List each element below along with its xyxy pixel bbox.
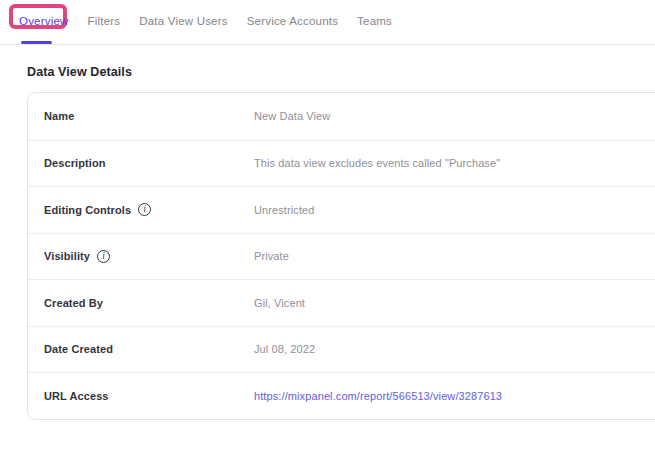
url-access-link[interactable]: https://mixpanel.com/report/566513/view/…	[254, 390, 502, 402]
row-value-created-by: Gil, Vicent	[254, 297, 305, 309]
row-label-editing-controls: Editing Controls	[44, 204, 131, 216]
row-label-date-created: Date Created	[44, 343, 113, 355]
detail-row-name: Name New Data View	[28, 93, 655, 140]
detail-row-url-access: URL Access https://mixpanel.com/report/5…	[28, 372, 655, 419]
row-label-created-by: Created By	[44, 297, 103, 309]
detail-row-visibility: Visibility i Private	[28, 233, 655, 280]
detail-row-editing-controls: Editing Controls i Unrestricted	[28, 186, 655, 233]
row-value-description: This data view excludes events called "P…	[254, 157, 500, 169]
detail-row-created-by: Created By Gil, Vicent	[28, 279, 655, 326]
detail-row-date-created: Date Created Jul 08, 2022	[28, 326, 655, 373]
row-value-date-created: Jul 08, 2022	[254, 343, 315, 355]
tab-bar: Overview Filters Data View Users Service…	[0, 0, 655, 45]
tab-overview[interactable]: Overview	[19, 15, 69, 27]
row-value-name: New Data View	[254, 110, 330, 122]
row-label-url-access: URL Access	[44, 390, 109, 402]
info-icon[interactable]: i	[138, 203, 151, 216]
data-view-details-card: Name New Data View Description This data…	[27, 92, 655, 420]
row-label-visibility: Visibility	[44, 250, 90, 262]
row-label-name: Name	[44, 110, 74, 122]
tab-data-view-users[interactable]: Data View Users	[139, 15, 227, 27]
row-value-visibility: Private	[254, 250, 289, 262]
active-tab-underline	[21, 41, 52, 44]
tab-service-accounts[interactable]: Service Accounts	[247, 15, 338, 27]
tab-teams[interactable]: Teams	[357, 15, 392, 27]
tab-filters[interactable]: Filters	[88, 15, 121, 27]
row-label-description: Description	[44, 157, 106, 169]
section-title: Data View Details	[27, 65, 655, 79]
detail-row-description: Description This data view excludes even…	[28, 140, 655, 187]
info-icon[interactable]: i	[97, 250, 110, 263]
row-value-editing-controls: Unrestricted	[254, 204, 315, 216]
